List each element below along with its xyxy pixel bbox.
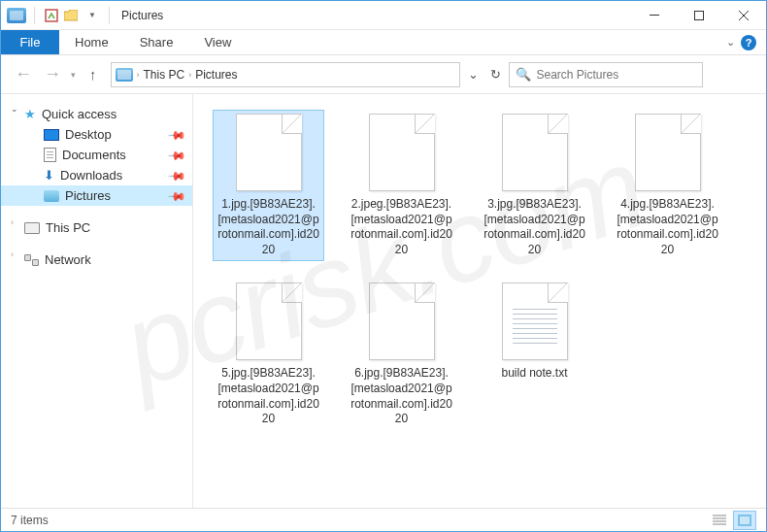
document-icon xyxy=(44,148,56,162)
svg-rect-4 xyxy=(740,516,750,524)
file-item[interactable]: 3.jpg.[9B83AE23].[metasload2021@protonma… xyxy=(479,110,590,261)
close-button[interactable] xyxy=(721,2,766,29)
item-count: 7 items xyxy=(11,514,49,527)
titlebar: ▼ Pictures xyxy=(1,1,766,30)
qat-newfolder-icon[interactable] xyxy=(62,5,80,26)
network-icon xyxy=(24,254,39,266)
sidebar-item-desktop[interactable]: Desktop 📌 xyxy=(1,124,192,145)
search-input[interactable] xyxy=(537,68,696,82)
file-name: 3.jpg.[9B83AE23].[metasload2021@protonma… xyxy=(483,197,586,257)
download-icon: ⬇ xyxy=(44,168,54,183)
search-icon: 🔍 xyxy=(516,67,531,82)
sidebar-item-label: Downloads xyxy=(60,168,122,183)
app-icon[interactable] xyxy=(7,8,26,23)
pin-icon: 📌 xyxy=(167,185,187,206)
sidebar-quick-access[interactable]: ★ Quick access xyxy=(1,104,192,124)
ribbon-tab-view[interactable]: View xyxy=(188,30,247,54)
thumbnails-view-button[interactable] xyxy=(733,511,756,530)
file-grid: 1.jpg.[9B83AE23].[metasload2021@protonma… xyxy=(213,110,747,431)
svg-rect-2 xyxy=(695,11,704,19)
separator xyxy=(109,7,110,24)
file-pane[interactable]: 1.jpg.[9B83AE23].[metasload2021@protonma… xyxy=(193,94,766,508)
forward-button[interactable]: → xyxy=(42,62,63,86)
file-item[interactable]: build note.txt xyxy=(479,279,590,430)
pin-icon: 📌 xyxy=(167,145,187,165)
sidebar-network[interactable]: Network xyxy=(1,249,192,270)
qat-properties-icon[interactable] xyxy=(43,5,60,26)
navigation-pane[interactable]: ⌄ ★ Quick access Desktop 📌 Documents 📌 ⬇… xyxy=(1,94,193,508)
separator xyxy=(34,7,35,24)
file-name: 6.jpg.[9B83AE23].[metasload2021@protonma… xyxy=(350,366,453,426)
breadcrumb-pictures[interactable]: Pictures xyxy=(191,68,241,82)
explorer-window: ▼ Pictures File Home Share View ⌄ ? ← → … xyxy=(0,0,767,532)
location-icon xyxy=(116,68,133,82)
ribbon-expand-icon[interactable]: ⌄ xyxy=(726,36,735,49)
blank-file-icon xyxy=(369,283,435,360)
sidebar-item-label: Pictures xyxy=(65,188,111,203)
file-name: 5.jpg.[9B83AE23].[metasload2021@protonma… xyxy=(217,366,320,426)
minimize-button[interactable] xyxy=(632,2,677,29)
help-icon[interactable]: ? xyxy=(741,35,756,50)
pictures-icon xyxy=(44,190,59,202)
file-name: 4.jpg.[9B83AE23].[metasload2021@protonma… xyxy=(616,197,719,257)
expand-icon[interactable]: › xyxy=(11,249,14,259)
sidebar-item-downloads[interactable]: ⬇ Downloads 📌 xyxy=(1,165,192,185)
ribbon: File Home Share View ⌄ ? xyxy=(1,30,766,55)
sidebar-item-label: Documents xyxy=(62,148,126,162)
sidebar-item-label: Desktop xyxy=(65,127,112,142)
statusbar: 7 items xyxy=(1,508,766,531)
pin-icon: 📌 xyxy=(167,124,187,145)
breadcrumb-thispc[interactable]: This PC xyxy=(140,68,189,82)
address-dropdown-icon[interactable]: ⌄ xyxy=(468,67,479,82)
desktop-icon xyxy=(44,129,59,141)
expand-icon[interactable]: › xyxy=(11,217,14,227)
ribbon-tab-home[interactable]: Home xyxy=(59,30,124,54)
file-name: build note.txt xyxy=(501,366,567,382)
sidebar-item-label: Quick access xyxy=(42,107,117,121)
address-bar[interactable]: › This PC › Pictures xyxy=(111,62,460,87)
history-dropdown-icon[interactable]: ▾ xyxy=(71,70,76,80)
sidebar-this-pc[interactable]: This PC xyxy=(1,217,192,238)
details-view-button[interactable] xyxy=(708,511,731,530)
svg-rect-1 xyxy=(650,15,659,16)
blank-file-icon xyxy=(635,114,701,191)
expand-icon[interactable]: ⌄ xyxy=(11,104,18,114)
star-icon: ★ xyxy=(24,107,36,121)
file-item[interactable]: 2.jpeg.[9B83AE23].[metasload2021@protonm… xyxy=(346,110,457,261)
ribbon-file-tab[interactable]: File xyxy=(1,30,59,54)
file-name: 2.jpeg.[9B83AE23].[metasload2021@protonm… xyxy=(350,197,453,257)
svg-rect-0 xyxy=(46,10,57,21)
pc-icon xyxy=(24,222,40,234)
up-button[interactable]: ↑ xyxy=(89,66,97,83)
sidebar-item-pictures[interactable]: Pictures 📌 xyxy=(1,185,192,206)
file-item[interactable]: 6.jpg.[9B83AE23].[metasload2021@protonma… xyxy=(346,279,457,430)
blank-file-icon xyxy=(502,114,568,191)
maximize-button[interactable] xyxy=(677,2,721,29)
file-item[interactable]: 5.jpg.[9B83AE23].[metasload2021@protonma… xyxy=(213,279,324,430)
file-item[interactable]: 1.jpg.[9B83AE23].[metasload2021@protonma… xyxy=(213,110,324,261)
file-name: 1.jpg.[9B83AE23].[metasload2021@protonma… xyxy=(217,197,320,257)
sidebar-item-label: This PC xyxy=(46,220,90,235)
navigation-bar: ← → ▾ ↑ › This PC › Pictures ⌄ ↻ 🔍 xyxy=(1,55,766,94)
file-item[interactable]: 4.jpg.[9B83AE23].[metasload2021@protonma… xyxy=(612,110,723,261)
body: ⌄ ★ Quick access Desktop 📌 Documents 📌 ⬇… xyxy=(1,94,766,508)
qat-dropdown-icon[interactable]: ▼ xyxy=(83,5,101,26)
pin-icon: 📌 xyxy=(167,165,187,185)
blank-file-icon xyxy=(236,114,302,191)
window-title: Pictures xyxy=(121,9,163,22)
ribbon-tab-share[interactable]: Share xyxy=(124,30,189,54)
search-box[interactable]: 🔍 xyxy=(509,62,703,87)
sidebar-item-documents[interactable]: Documents 📌 xyxy=(1,145,192,165)
back-button[interactable]: ← xyxy=(13,62,34,86)
text-file-icon xyxy=(502,283,568,360)
refresh-icon[interactable]: ↻ xyxy=(490,67,501,82)
blank-file-icon xyxy=(369,114,435,191)
blank-file-icon xyxy=(236,283,302,360)
sidebar-item-label: Network xyxy=(45,252,91,267)
